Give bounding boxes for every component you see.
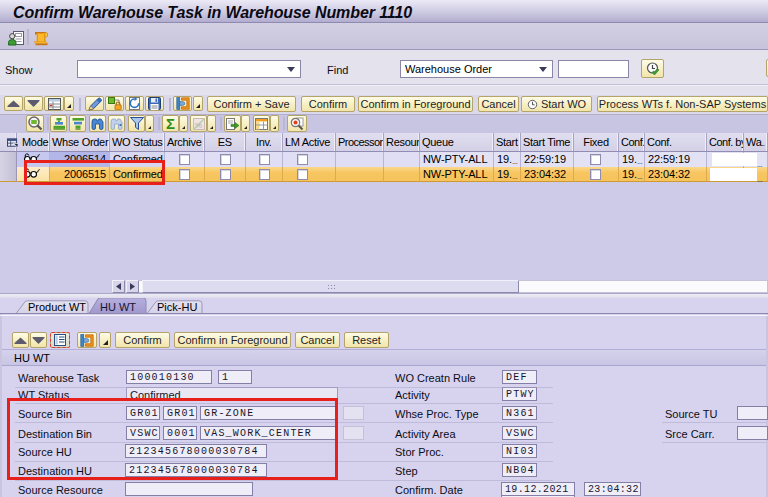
svg-text:Pick-HU: Pick-HU bbox=[157, 301, 197, 313]
svg-text:Product WT: Product WT bbox=[28, 301, 86, 313]
svg-text:%: % bbox=[195, 121, 202, 130]
svg-text:HU WT: HU WT bbox=[100, 301, 136, 313]
